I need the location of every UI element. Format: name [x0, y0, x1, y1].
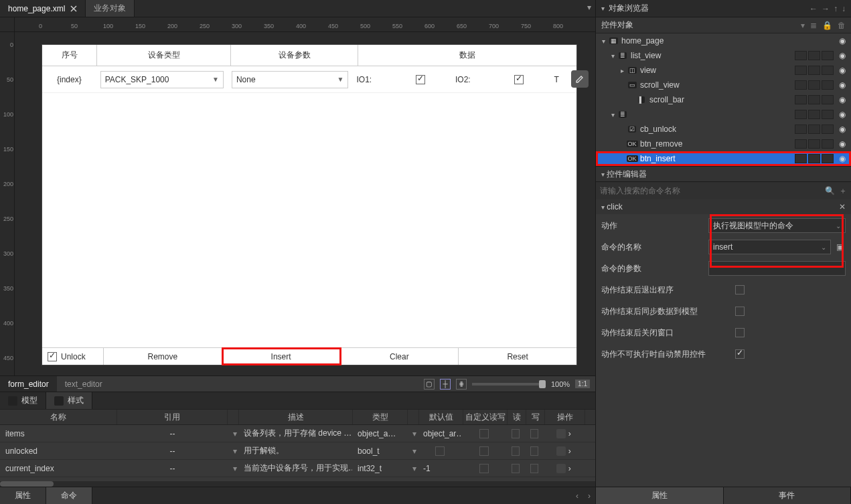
tree-expand-icon[interactable]: ▾: [599, 37, 608, 45]
device-type-dropdown[interactable]: PACK_SKP_1000▼: [100, 71, 224, 88]
chevron-down-icon[interactable]: ▾: [228, 464, 238, 473]
tree-item-cb_unlock[interactable]: ☑cb_unlock◉: [596, 122, 851, 137]
color-slot[interactable]: [795, 154, 807, 163]
eye-icon[interactable]: ◉: [836, 80, 848, 90]
dashed-rect-icon[interactable]: ▢: [424, 379, 435, 390]
read-checkbox[interactable]: [512, 464, 520, 473]
reset-button[interactable]: Reset: [459, 348, 576, 365]
exit-after-checkbox[interactable]: [735, 285, 745, 295]
tab-home-page-xml[interactable]: home_page.xml: [0, 0, 86, 17]
custom-checkbox[interactable]: [479, 429, 489, 438]
search-icon[interactable]: 🔍: [825, 186, 835, 195]
io1-checkbox[interactable]: [416, 75, 425, 84]
table-row[interactable]: current_index -- ▾ 当前选中设备序号，用于实现… int32_…: [0, 460, 595, 477]
action-select[interactable]: 执行视图模型中的命令⌄: [708, 218, 846, 233]
tree-item-btn_insert[interactable]: OKbtn_insert◉: [596, 151, 851, 166]
tree-item-scroll_bar[interactable]: ▌scroll_bar◉: [596, 92, 851, 107]
model-table-hscroll[interactable]: [0, 481, 595, 487]
unlock-checkbox[interactable]: Unlock: [42, 348, 104, 365]
color-slot[interactable]: [808, 154, 820, 163]
nav-down-icon[interactable]: ↓: [842, 4, 846, 13]
list-icon[interactable]: ≣: [810, 21, 817, 30]
write-checkbox[interactable]: [530, 429, 538, 438]
clear-button[interactable]: Clear: [341, 348, 459, 365]
color-slot[interactable]: [795, 66, 807, 75]
color-slot[interactable]: [795, 95, 807, 104]
eye-icon[interactable]: ◉: [836, 154, 848, 163]
color-slot[interactable]: [808, 95, 820, 104]
tab-business-object[interactable]: 业务对象: [86, 0, 135, 17]
go-to-command-icon[interactable]: ▣: [834, 241, 846, 253]
command-args-input[interactable]: [708, 261, 846, 276]
text-editor-tab[interactable]: text_editor: [57, 376, 110, 392]
custom-checkbox[interactable]: [479, 464, 489, 473]
tree-item-view[interactable]: ▸◫view◉: [596, 63, 851, 78]
color-slot[interactable]: [808, 139, 820, 149]
color-slot[interactable]: [822, 154, 834, 163]
zoom-reset-button[interactable]: 1:1: [575, 380, 590, 388]
search-input[interactable]: [600, 186, 821, 195]
color-slot[interactable]: [795, 139, 807, 149]
chevron-down-icon[interactable]: ▾: [228, 446, 238, 456]
color-slot[interactable]: [808, 66, 820, 75]
color-slot[interactable]: [822, 95, 834, 104]
add-icon[interactable]: ＋: [839, 185, 847, 197]
more-icon[interactable]: ›: [568, 446, 571, 456]
design-canvas[interactable]: 序号 设备类型 设备参数 数据 {index} PACK_SKP_1000▼ N…: [15, 32, 595, 375]
duplicate-icon[interactable]: [556, 464, 566, 473]
commands-tab[interactable]: 命令: [46, 487, 92, 504]
eye-icon[interactable]: ◉: [836, 110, 848, 119]
color-slot[interactable]: [795, 110, 807, 119]
color-slot[interactable]: [808, 51, 820, 60]
tree-item-scroll_view[interactable]: ▭scroll_view◉: [596, 78, 851, 92]
nav-forward-icon[interactable]: →: [822, 4, 830, 13]
next-tab-icon[interactable]: ›: [583, 487, 595, 504]
more-icon[interactable]: ›: [568, 429, 571, 438]
tree-expand-icon[interactable]: ▸: [617, 67, 627, 74]
color-slot[interactable]: [795, 51, 807, 60]
write-checkbox[interactable]: [530, 446, 538, 456]
device-param-dropdown[interactable]: None▼: [232, 71, 349, 88]
event-click-header[interactable]: ▾ click ✕: [596, 199, 851, 214]
read-checkbox[interactable]: [512, 429, 520, 438]
tree-expand-icon[interactable]: ▾: [608, 52, 617, 60]
chevron-down-icon[interactable]: ▾: [407, 464, 418, 473]
chevron-down-icon[interactable]: ▾: [228, 429, 238, 438]
auto-disable-checkbox[interactable]: [735, 349, 745, 359]
tree-item-home_page[interactable]: ▾▦home_page◉: [596, 33, 851, 48]
eye-icon[interactable]: ◉: [836, 66, 848, 75]
chevron-down-icon[interactable]: ▾: [407, 429, 418, 438]
nav-back-icon[interactable]: ←: [809, 4, 818, 13]
properties-tab[interactable]: 属性: [0, 487, 46, 504]
color-slot[interactable]: [808, 110, 820, 119]
duplicate-icon[interactable]: [556, 429, 566, 438]
trash-icon[interactable]: 🗑: [838, 21, 846, 30]
table-row[interactable]: unlocked -- ▾ 用于解锁。 bool_t ▾ ›: [0, 442, 595, 460]
color-slot[interactable]: [795, 80, 807, 90]
chevron-down-icon[interactable]: ▾: [407, 446, 418, 456]
tree-item-unnamed[interactable]: ▾≣◉: [596, 107, 851, 122]
insert-button[interactable]: Insert: [222, 348, 341, 365]
color-slot[interactable]: [822, 51, 834, 60]
eye-icon[interactable]: ◉: [836, 51, 848, 60]
lock-icon[interactable]: 🔒: [822, 21, 832, 30]
model-tab[interactable]: 模型: [0, 392, 46, 409]
triangle-down-icon[interactable]: ▾: [601, 5, 605, 12]
prev-tab-icon[interactable]: ‹: [571, 487, 583, 504]
tree-item-btn_remove[interactable]: OKbtn_remove◉: [596, 137, 851, 151]
color-slot[interactable]: [822, 124, 834, 134]
write-checkbox[interactable]: [530, 464, 538, 473]
color-slot[interactable]: [808, 80, 820, 90]
style-tab[interactable]: 样式: [46, 392, 92, 409]
events-tab[interactable]: 事件: [724, 487, 852, 504]
color-slot[interactable]: [795, 124, 807, 134]
duplicate-icon[interactable]: [556, 446, 566, 456]
close-icon[interactable]: [70, 5, 77, 12]
color-slot[interactable]: [822, 139, 834, 149]
eye-icon[interactable]: ◉: [836, 36, 848, 46]
remove-button[interactable]: Remove: [104, 348, 222, 365]
color-slot[interactable]: [808, 124, 820, 134]
eye-icon[interactable]: ◉: [836, 124, 848, 134]
table-row[interactable]: items -- ▾ 设备列表，用于存储 device … object_a… …: [0, 425, 595, 442]
form-editor-tab[interactable]: form_editor: [0, 376, 57, 392]
